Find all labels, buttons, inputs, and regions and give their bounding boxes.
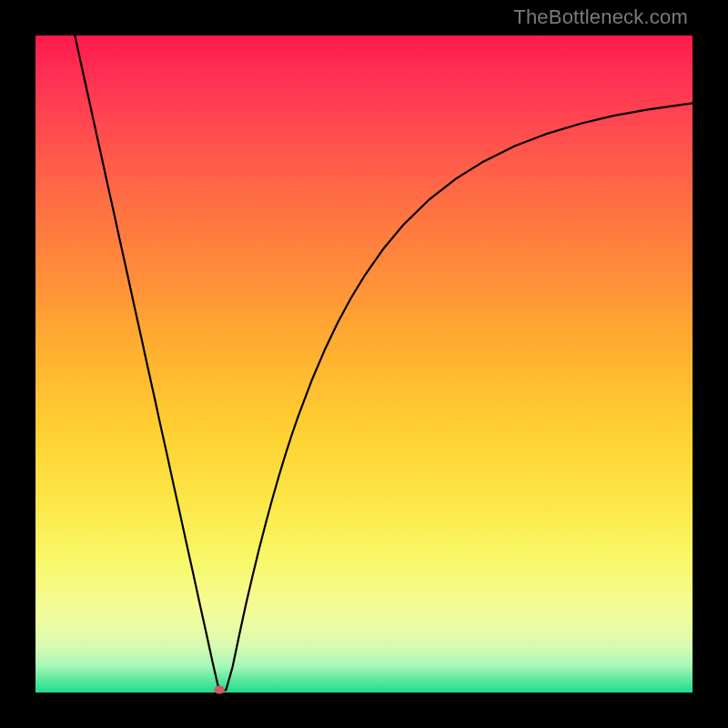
- curve-svg: [35, 35, 693, 693]
- chart-frame: TheBottleneck.com: [0, 0, 728, 728]
- bottleneck-curve: [75, 35, 693, 692]
- watermark-text: TheBottleneck.com: [513, 5, 688, 29]
- optimum-marker: [214, 686, 225, 694]
- plot-area: [35, 35, 693, 693]
